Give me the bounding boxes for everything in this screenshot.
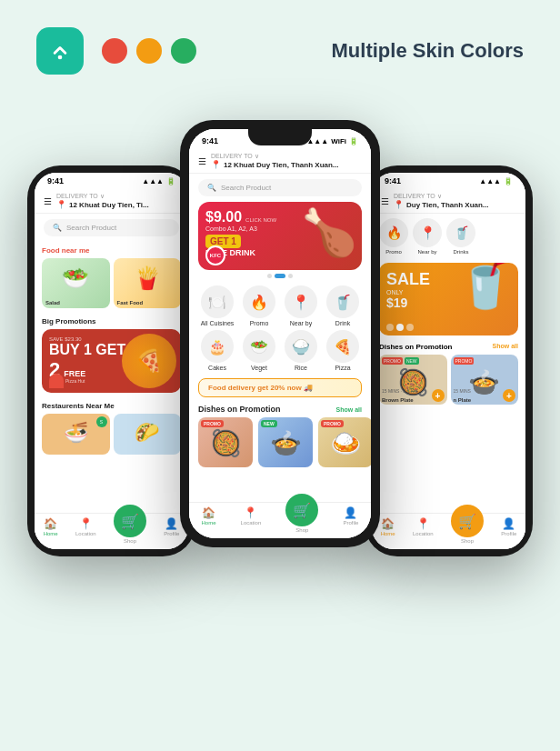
promo-banner[interactable]: Food delivery get 20% now 🚚 (198, 378, 362, 397)
menu-icon-center[interactable]: ☰ (198, 156, 206, 166)
phone-center: 9:41 ▲▲▲ WiFi 🔋 ☰ DELIVERY TO ∨ (180, 120, 380, 547)
status-bar-right: 9:41 ▲▲▲ 🔋 (372, 173, 525, 187)
search-bar-left[interactable]: 🔍 Search Product (44, 219, 179, 236)
logo-icon (36, 27, 84, 75)
dish-card-2[interactable]: NEW 🍲 (258, 417, 313, 467)
nav-profile-right[interactable]: 👤 Profile (501, 517, 516, 544)
nav-profile-center[interactable]: 👤 Profile (343, 506, 358, 533)
nav-location-center[interactable]: 📍 Location (241, 506, 262, 533)
dish-card-3[interactable]: PROMO 🍛 (318, 417, 371, 467)
cat-rice[interactable]: 🍚 Rice (282, 330, 320, 371)
nav-location-right[interactable]: 📍 Location (413, 517, 434, 544)
menu-icon-right[interactable]: ☰ (381, 196, 389, 206)
nav-home-left[interactable]: 🏠 Home (44, 517, 58, 544)
status-bar-left: 9:41 ▲▲▲ 🔋 (35, 173, 188, 187)
right-dish-1[interactable]: PROMO NEW 🥘 Brown Plate + 15 MINS · 2.5 … (379, 355, 447, 405)
kfc-food-image: 🍗 (298, 206, 357, 265)
search-bar-center[interactable]: 🔍 Search Product (198, 179, 362, 196)
nav-shop-center[interactable]: 🛒 Shop (285, 506, 318, 533)
cat-nearby[interactable]: 📍 Near by (282, 285, 320, 326)
notch (248, 129, 312, 145)
nav-home-center[interactable]: 🏠 Home (202, 506, 216, 533)
bottom-nav-center: 🏠 Home 📍 Location 🛒 Shop 👤 Profile (189, 502, 371, 538)
search-icon-center: 🔍 (207, 184, 216, 192)
bottom-nav-right: 🏠 Home 📍 Location 🛒 Shop 👤 Profile (372, 513, 525, 549)
color-dot-green[interactable] (171, 38, 196, 64)
right-dish-2[interactable]: PROMO 🍲 n Plate + 15 MINS (451, 355, 519, 405)
menu-icon-left[interactable]: ☰ (44, 196, 52, 206)
nav-home-right[interactable]: 🏠 Home (381, 517, 395, 544)
dishes-section-header: Dishes on Promotion Show all (189, 401, 371, 417)
kfc-banner[interactable]: $9.00 CLICK NOW Combo A1, A2, A3 GET 1 F… (198, 202, 362, 270)
categories-grid: 🍽️ All Cuisines 🔥 Promo 📍 Near by 🥤 Drin… (189, 282, 371, 375)
drink-emoji: 🥤 (457, 263, 514, 311)
right-categories: 🔥 Promo 📍 Near by 🥤 Drinks (372, 214, 525, 259)
food-item-salad[interactable]: 🥗 Salad (42, 258, 110, 308)
right-cat-promo[interactable]: 🔥 Promo (379, 218, 408, 255)
dish-card-1[interactable]: PROMO 🥘 (198, 417, 253, 467)
restaurants: Restaurents Near Me 🍜 S 🌮 (35, 397, 188, 459)
color-dot-red[interactable] (102, 38, 127, 64)
color-dots (102, 38, 196, 64)
header: Multiple Skin Colors (0, 0, 560, 93)
delivery-header-center: ☰ DELIVERY TO ∨ 📍 12 Khuat Duy Tien, Tha… (189, 147, 371, 174)
svg-point-0 (58, 55, 63, 60)
delivery-header-right: ☰ DELIVERY TO ∨ 📍 Duy Tien, Thanh Xuan..… (372, 187, 525, 214)
nav-shop-left[interactable]: 🛒 Shop (114, 517, 146, 544)
phone-left: 9:41 ▲▲▲ 🔋 ☰ DELIVERY TO ∨ (27, 165, 195, 556)
big-promotions: Big Promotions SAVE $23.30 BUY 1 GET 2 F… (35, 313, 188, 397)
bottom-nav-left: 🏠 Home 📍 Location 🛒 Shop 👤 Profile (35, 513, 188, 549)
food-item-fastfood[interactable]: 🍟 Fast Food (114, 258, 182, 308)
cat-pizza[interactable]: 🍕 Pizza (324, 330, 362, 371)
add-dish-2[interactable]: + (503, 389, 515, 402)
dishes-row: PROMO 🥘 NEW 🍲 PROMO 🍛 (189, 417, 371, 467)
search-icon-left: 🔍 (53, 224, 62, 232)
cat-cakes[interactable]: 🎂 Cakes (198, 330, 236, 371)
kfc-logo: KFC (205, 245, 225, 265)
sale-banner[interactable]: SALE ONLY $19 🥤 (379, 263, 518, 335)
restaurant-card-1[interactable]: 🍜 S (42, 414, 110, 455)
pizza-icon: 🍕 (122, 334, 176, 388)
phones-container: 9:41 ▲▲▲ 🔋 ☰ DELIVERY TO ∨ (0, 93, 560, 711)
cat-promo[interactable]: 🔥 Promo (240, 285, 278, 326)
food-near-me: Food near me 🥗 Salad 🍟 Fast Food (35, 242, 188, 313)
promo-card[interactable]: SAVE $23.30 BUY 1 GET 2 FREE 🍕 Pizza Hut (42, 329, 181, 393)
cat-drink[interactable]: 🥤 Drink (324, 285, 362, 326)
add-dish-1[interactable]: + (432, 389, 445, 402)
nav-profile-left[interactable]: 👤 Profile (164, 517, 179, 544)
delivery-header-left: ☰ DELIVERY TO ∨ 📍 12 Khuat Duy Tien, Ti.… (35, 187, 188, 214)
cat-veget[interactable]: 🥗 Veget (240, 330, 278, 371)
phone-right: 9:41 ▲▲▲ 🔋 ☰ DELIVERY TO ∨ 📍 (365, 165, 533, 556)
cat-all-cuisines[interactable]: 🍽️ All Cuisines (198, 285, 236, 326)
restaurant-card-2[interactable]: 🌮 (114, 414, 182, 455)
banner-dots (189, 274, 371, 278)
nav-shop-right[interactable]: 🛒 Shop (451, 517, 484, 544)
right-cat-drinks[interactable]: 🥤 Drinks (446, 218, 475, 255)
right-cat-nearby[interactable]: 📍 Near by (413, 218, 442, 255)
color-dot-orange[interactable] (136, 38, 162, 64)
nav-location-left[interactable]: 📍 Location (75, 517, 96, 544)
right-dishes: Dishes on Promotion Show all PROMO NEW 🥘… (372, 339, 525, 408)
header-title: Multiple Skin Colors (332, 39, 524, 63)
